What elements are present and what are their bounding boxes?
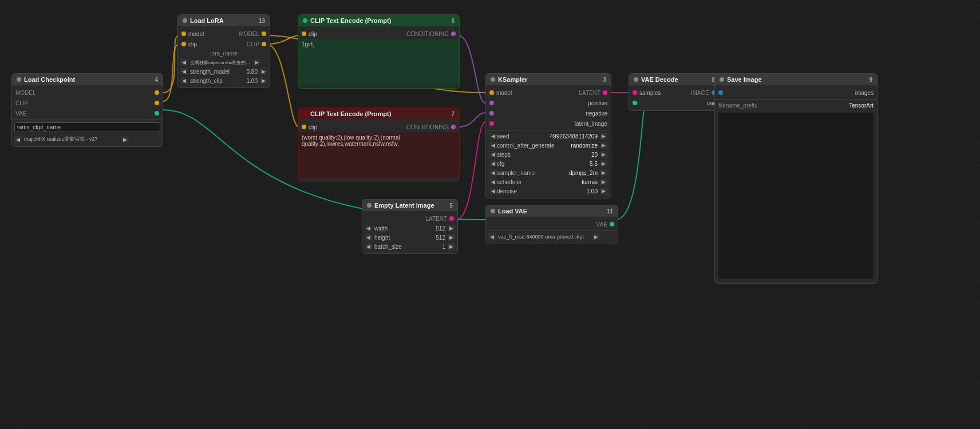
scheduler-next-btn[interactable]: ▶	[600, 178, 607, 185]
clip-pos-text-input[interactable]: 1girl,	[298, 39, 459, 85]
port-clip-pos-in[interactable]	[302, 31, 306, 36]
port-ksampler-latent-out[interactable]	[603, 90, 607, 95]
label-lora-clip: clip	[188, 41, 197, 47]
strength-model-next[interactable]: ▶	[260, 68, 267, 75]
denoise-prev-btn[interactable]: ◀	[489, 188, 497, 194]
ckpt-name-input[interactable]	[14, 122, 160, 132]
node-title-ksampler: KSampler	[498, 76, 527, 83]
lora-name-next-btn[interactable]: ▶	[253, 59, 260, 66]
port-save-images-in[interactable]	[718, 90, 723, 95]
node-id-ksampler: 3	[603, 77, 606, 83]
node-body-ksampler: model LATENT positive negative latent_im…	[486, 85, 611, 198]
port-conditioning-pos-out[interactable]	[451, 31, 456, 36]
ckpt-next-btn[interactable]: ▶	[121, 136, 129, 143]
scheduler-row: ◀ scheduler karras ▶	[486, 177, 611, 186]
width-prev-btn[interactable]: ◀	[365, 225, 372, 232]
node-id-load-vae: 11	[607, 208, 613, 214]
control-next-btn[interactable]: ▶	[600, 142, 607, 149]
strength-model-value: 0.80	[247, 69, 258, 75]
height-prev-btn[interactable]: ◀	[365, 234, 372, 241]
scheduler-prev-btn[interactable]: ◀	[489, 178, 497, 185]
seed-prev-btn[interactable]: ◀	[489, 133, 497, 140]
node-row-clip: CLIP	[12, 98, 163, 108]
scheduler-label: scheduler	[497, 179, 582, 185]
batch-next-btn[interactable]: ▶	[448, 243, 455, 250]
port-ksampler-neg-in[interactable]	[489, 111, 494, 116]
node-status-dot-load-vae	[491, 209, 495, 213]
node-header-ksampler: KSampler 3	[486, 74, 611, 85]
node-body-vae-decode: samples IMAGE vae	[629, 85, 720, 110]
steps-next-btn[interactable]: ▶	[600, 151, 607, 158]
label-conditioning-neg-out: CONDITIONING	[406, 124, 449, 130]
height-next-btn[interactable]: ▶	[448, 234, 455, 241]
strength-model-prev[interactable]: ◀	[180, 68, 188, 75]
seed-label: seed	[497, 133, 550, 140]
port-lora-clip-out[interactable]	[262, 42, 266, 46]
port-ksampler-pos-in[interactable]	[489, 101, 494, 105]
steps-row: ◀ steps 20 ▶	[486, 150, 611, 159]
seed-next-btn[interactable]: ▶	[600, 133, 607, 140]
label-lora-clip-out: CLIP	[247, 41, 259, 47]
port-lora-clip-in[interactable]	[181, 42, 186, 46]
node-title-clip-neg: CLIP Text Encode (Prompt)	[310, 110, 391, 117]
ckpt-name-row	[12, 121, 163, 134]
node-canvas[interactable]: Load Checkpoint 4 MODEL CLIP VAE ◀ maj	[0, 0, 980, 429]
height-label: height	[374, 235, 433, 241]
cfg-next-btn[interactable]: ▶	[600, 160, 607, 167]
width-row: ◀ width 512 ▶	[362, 224, 457, 233]
strength-clip-label: strength_clip	[190, 78, 244, 84]
sampler-label: sampler_name	[497, 170, 569, 176]
port-clip-out[interactable]	[155, 101, 159, 105]
denoise-value: 1.00	[587, 188, 598, 194]
node-header-load-vae: Load VAE 11	[486, 205, 618, 217]
seed-row: ◀ seed 499263488114209 ▶	[486, 132, 611, 141]
port-ksampler-model-in[interactable]	[489, 90, 494, 95]
strength-clip-next[interactable]: ▶	[260, 77, 267, 84]
control-prev-btn[interactable]: ◀	[489, 142, 497, 149]
lora-name-label-row: lora_name	[178, 49, 270, 58]
batch-prev-btn[interactable]: ◀	[365, 243, 372, 250]
node-row-vae: VAE	[12, 108, 163, 118]
sampler-value: dpmpp_2m	[569, 170, 598, 176]
lora-name-prev-btn[interactable]: ◀	[180, 59, 188, 66]
port-ksampler-latent-in[interactable]	[489, 121, 494, 126]
width-next-btn[interactable]: ▶	[448, 225, 455, 232]
sampler-row: ◀ sampler_name dpmpp_2m ▶	[486, 168, 611, 177]
cfg-prev-btn[interactable]: ◀	[489, 160, 497, 167]
height-row: ◀ height 512 ▶	[362, 233, 457, 242]
label-model: MODEL	[15, 90, 36, 96]
node-row-ksampler-model: model LATENT	[486, 88, 611, 98]
port-vae-out[interactable]	[155, 111, 159, 116]
clip-neg-text-input[interactable]: (worst quality:2),(low quality:2),(norma…	[298, 132, 459, 178]
sampler-next-btn[interactable]: ▶	[600, 169, 607, 176]
label-clip-pos-in: clip	[309, 31, 317, 37]
vae-name-next-btn[interactable]: ▶	[592, 233, 600, 240]
port-conditioning-neg-out[interactable]	[451, 125, 456, 129]
port-lora-model-out[interactable]	[262, 31, 266, 36]
port-vae-decode-samples-in[interactable]	[633, 90, 637, 95]
port-model-out[interactable]	[155, 90, 159, 95]
steps-prev-btn[interactable]: ◀	[489, 151, 497, 158]
node-id-save-image: 9	[869, 77, 872, 83]
strength-clip-prev[interactable]: ◀	[180, 77, 188, 84]
sampler-prev-btn[interactable]: ◀	[489, 169, 497, 176]
filename-prefix-label: filename_prefix	[718, 102, 764, 109]
node-clip-text-neg: CLIP Text Encode (Prompt) 7 clip CONDITI…	[298, 108, 460, 182]
node-body-load-lora: model MODEL clip CLIP lora_name ◀ 全网独家ca…	[178, 26, 270, 88]
port-lora-model-in[interactable]	[181, 31, 186, 36]
port-clip-neg-in[interactable]	[302, 125, 306, 129]
node-row-ksampler-latent: latent_image	[486, 118, 611, 129]
vae-name-row: ◀ vae_ft_mse-840000-ema-pruned.ckpt ▶	[486, 232, 618, 241]
node-row-save-images-in: images	[715, 88, 877, 98]
node-header-save-image: Save Image 9	[715, 74, 877, 85]
ckpt-prev-btn[interactable]: ◀	[14, 136, 22, 143]
vae-name-prev-btn[interactable]: ◀	[488, 233, 496, 240]
denoise-next-btn[interactable]: ▶	[600, 188, 607, 194]
ckpt-display-row: ◀ majicMIX realistic变量写实 - v27 ▶	[12, 134, 163, 144]
label-clip: CLIP	[15, 100, 28, 106]
port-latent-out[interactable]	[449, 216, 454, 221]
port-load-vae-out[interactable]	[610, 222, 614, 227]
lora-name-value: 全网独家capricornus死去的国忆再独攻击我了 - V15	[190, 59, 253, 66]
port-vae-decode-vae-in[interactable]	[633, 101, 637, 105]
node-clip-text-pos: CLIP Text Encode (Prompt) 6 clip CONDITI…	[298, 14, 460, 89]
